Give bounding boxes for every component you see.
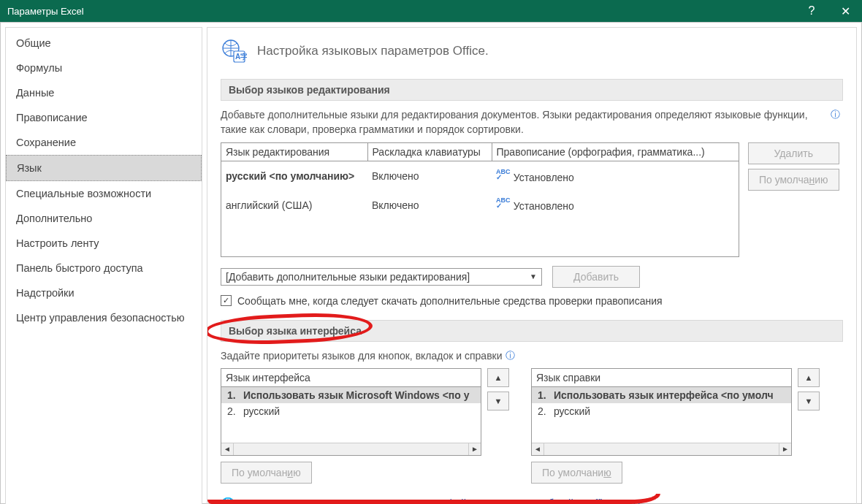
sidebar-item-7[interactable]: Дополнительно bbox=[6, 206, 202, 231]
col-keyboard: Раскладка клавиатуры bbox=[367, 143, 492, 161]
table-row[interactable]: английский (США)ВключеноABC Установлено bbox=[221, 191, 739, 220]
scroll-left-icon[interactable]: ◄ bbox=[532, 443, 544, 455]
checkbox-icon: ✓ bbox=[221, 295, 232, 306]
editing-languages-section-header: Выбор языков редактирования bbox=[221, 79, 843, 101]
sidebar-item-11[interactable]: Центр управления безопасностью bbox=[6, 305, 202, 330]
hscrollbar[interactable]: ◄ ► bbox=[532, 443, 791, 455]
scroll-right-icon[interactable]: ► bbox=[468, 443, 481, 455]
move-down-button[interactable]: ▼ bbox=[487, 392, 509, 411]
notify-checkbox-label: Сообщать мне, когда следует скачать допо… bbox=[237, 295, 663, 307]
editing-help-text-content: Добавьте дополнительные языки для редакт… bbox=[221, 109, 808, 135]
sidebar-item-5[interactable]: Язык bbox=[6, 155, 202, 181]
sidebar-item-2[interactable]: Данные bbox=[6, 80, 202, 105]
table-row[interactable]: русский <по умолчанию>ВключеноABC Устано… bbox=[221, 161, 739, 191]
ui-language-section-header: Выбор языка интерфейса bbox=[221, 320, 843, 342]
globe-icon: 🌐 bbox=[221, 497, 235, 504]
col-editing-language: Язык редактирования bbox=[221, 143, 367, 161]
language-globe-icon: A字 bbox=[221, 38, 247, 64]
sidebar-item-3[interactable]: Правописание bbox=[6, 105, 202, 130]
set-default-language-button[interactable]: По умолчанию bbox=[748, 169, 839, 191]
move-up-button[interactable]: ▲ bbox=[487, 368, 509, 387]
info-icon[interactable]: ⓘ bbox=[831, 108, 840, 121]
move-down-button[interactable]: ▼ bbox=[798, 392, 820, 411]
display-language-listbox[interactable]: 1. Использовать язык Microsoft Windows <… bbox=[221, 386, 481, 456]
list-item[interactable]: 1. Использовать язык интерфейса <по умол… bbox=[532, 387, 791, 403]
svg-text:A字: A字 bbox=[235, 53, 247, 61]
sidebar-item-0[interactable]: Общие bbox=[6, 31, 202, 56]
help-language-listbox[interactable]: 1. Использовать язык интерфейса <по умол… bbox=[531, 386, 792, 456]
editing-help-text: Добавьте дополнительные языки для редакт… bbox=[221, 108, 843, 137]
options-dialog: ОбщиеФормулыДанныеПравописаниеСохранение… bbox=[0, 22, 862, 504]
list-item[interactable]: 1. Использовать язык Microsoft Windows <… bbox=[221, 387, 481, 403]
ui-language-help-text: Задайте приоритеты языков для кнопок, вк… bbox=[221, 349, 843, 362]
titlebar: Параметры Excel ? ✕ bbox=[0, 0, 862, 22]
remove-language-button[interactable]: Удалить bbox=[748, 142, 839, 164]
help-language-label: Язык справки bbox=[531, 368, 792, 386]
chevron-down-icon: ▼ bbox=[530, 272, 537, 280]
sidebar: ОбщиеФормулыДанныеПравописаниеСохранение… bbox=[5, 27, 202, 504]
move-up-button[interactable]: ▲ bbox=[798, 368, 820, 387]
sidebar-item-10[interactable]: Надстройки bbox=[6, 280, 202, 305]
sidebar-item-4[interactable]: Сохранение bbox=[6, 130, 202, 155]
sidebar-item-1[interactable]: Формулы bbox=[6, 56, 202, 80]
add-language-button[interactable]: Добавить bbox=[552, 266, 640, 288]
info-icon[interactable]: ⓘ bbox=[506, 349, 515, 362]
remove-button-label: Удалить bbox=[774, 148, 813, 159]
close-button[interactable]: ✕ bbox=[828, 0, 862, 22]
notify-proofing-checkbox[interactable]: ✓ Сообщать мне, когда следует скачать до… bbox=[221, 295, 843, 307]
window-title: Параметры Excel bbox=[7, 6, 795, 17]
display-language-label: Язык интерфейса bbox=[221, 368, 481, 386]
add-language-combo-text: [Добавить дополнительные языки редактиро… bbox=[226, 271, 470, 283]
editing-languages-table[interactable]: Язык редактирования Раскладка клавиатуры… bbox=[221, 142, 739, 257]
hscrollbar[interactable]: ◄ ► bbox=[221, 443, 481, 455]
scroll-left-icon[interactable]: ◄ bbox=[221, 443, 234, 455]
main-panel: A字 Настройка языковых параметров Office.… bbox=[207, 27, 857, 504]
spellcheck-icon: ABC bbox=[496, 168, 508, 177]
col-proofing: Правописание (орфография, грамматика...) bbox=[492, 143, 739, 161]
list-item[interactable]: 2. русский bbox=[221, 403, 481, 419]
scroll-right-icon[interactable]: ► bbox=[779, 443, 791, 455]
help-button[interactable]: ? bbox=[795, 0, 828, 22]
help-default-button[interactable]: По умолчанию bbox=[531, 462, 622, 484]
page-title: Настройка языковых параметров Office. bbox=[257, 44, 489, 58]
get-more-languages-link[interactable]: Как получить дополнительные языки интерф… bbox=[241, 497, 641, 504]
sidebar-item-9[interactable]: Панель быстрого доступа bbox=[6, 256, 202, 280]
sidebar-item-8[interactable]: Настроить ленту bbox=[6, 231, 202, 256]
sidebar-item-6[interactable]: Специальные возможности bbox=[6, 181, 202, 206]
spellcheck-icon: ABC bbox=[496, 196, 508, 205]
add-language-combo[interactable]: [Добавить дополнительные языки редактиро… bbox=[221, 268, 542, 286]
list-item[interactable]: 2. русский bbox=[532, 403, 791, 419]
display-default-button[interactable]: По умолчанию bbox=[221, 462, 312, 484]
